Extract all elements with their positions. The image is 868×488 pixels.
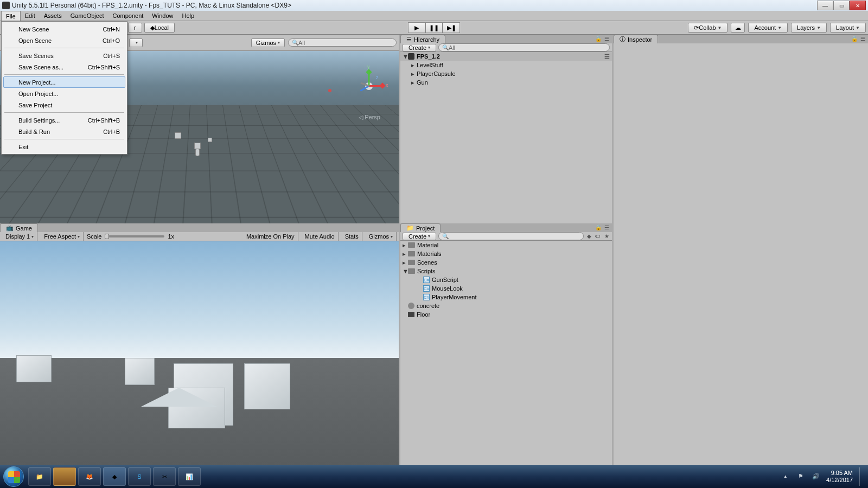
file-menu-item[interactable]: Build & RunCtrl+B: [3, 126, 125, 137]
file-menu-item[interactable]: Open Project...: [3, 88, 125, 99]
game-tab[interactable]: 📺 Game: [0, 223, 38, 232]
hierarchy-scene-row[interactable]: ▼FPS_1.2 ☰: [400, 52, 612, 61]
project-create-button[interactable]: Create▾: [403, 233, 436, 240]
panel-menu-icon[interactable]: ☰: [859, 35, 866, 42]
tray-action-center-icon[interactable]: ⚑: [798, 473, 806, 480]
scale-slider[interactable]: [105, 235, 164, 237]
menu-gameobject[interactable]: GameObject: [66, 11, 108, 21]
scene-gizmos-button[interactable]: Gizmos▾: [251, 38, 285, 47]
inspector-tab[interactable]: ⓘ Inspector: [614, 35, 658, 43]
step-button[interactable]: ▶❚: [443, 22, 460, 33]
menu-assets[interactable]: Assets: [40, 11, 66, 21]
file-menu-item[interactable]: Exit: [3, 141, 125, 152]
file-menu-item[interactable]: New SceneCtrl+N: [3, 23, 125, 35]
file-menu-item[interactable]: New Project...: [3, 76, 125, 88]
hierarchy-item-playercapsule[interactable]: ▸PlayerCapsule: [400, 69, 612, 78]
cloud-button[interactable]: ☁: [731, 23, 745, 33]
hierarchy-item-levelstuff[interactable]: ▸LevelStuff: [400, 61, 612, 69]
tray-volume-icon[interactable]: 🔊: [812, 473, 820, 480]
project-folder[interactable]: ▸Materials: [400, 249, 612, 258]
stats-toggle[interactable]: Stats: [342, 232, 362, 241]
project-script[interactable]: C#GunScript: [400, 275, 612, 284]
menu-help[interactable]: Help: [177, 11, 199, 21]
file-menu-item[interactable]: Save Project: [3, 99, 125, 111]
play-button[interactable]: ▶: [408, 22, 425, 33]
file-menu-item[interactable]: Open SceneCtrl+O: [3, 35, 125, 46]
hierarchy-tab[interactable]: ☰ Hierarchy: [400, 35, 445, 43]
folder-icon: [408, 268, 415, 274]
unity-app-icon: [2, 2, 10, 9]
mute-toggle[interactable]: Mute Audio: [302, 232, 339, 241]
local-toggle[interactable]: ◆ Local: [144, 23, 175, 33]
project-pane: 📁 Project 🔒☰ Create▾ 🔍 ◆ 🏷 ★ ▸Material▸M…: [400, 223, 612, 465]
menu-window[interactable]: Window: [148, 11, 177, 21]
csharp-icon: C#: [423, 285, 430, 292]
tray-show-hidden-icon[interactable]: ▴: [784, 473, 792, 480]
panel-menu-icon[interactable]: ☰: [603, 35, 610, 42]
system-clock[interactable]: 9:05 AM 4/12/2017: [826, 470, 853, 484]
persp-label[interactable]: ◁ Persp: [359, 114, 380, 121]
game-viewport: [0, 241, 399, 465]
csharp-icon: C#: [423, 294, 430, 300]
file-menu-item[interactable]: Build Settings...Ctrl+Shift+B: [3, 114, 125, 126]
window-maximize-button[interactable]: ▭: [833, 1, 850, 10]
account-button[interactable]: Account▼: [748, 23, 788, 33]
scene-search-input[interactable]: 🔍All: [288, 38, 397, 47]
start-button[interactable]: [3, 466, 24, 487]
pivot-toggle[interactable]: r: [128, 23, 142, 33]
taskbar-explorer[interactable]: 📁: [28, 467, 51, 486]
taskbar-app2[interactable]: 📊: [178, 467, 201, 486]
taskbar-firefox[interactable]: 🦊: [78, 467, 101, 486]
hierarchy-tree[interactable]: ▼FPS_1.2 ☰ ▸LevelStuff ▸PlayerCapsule ▸G…: [400, 52, 612, 223]
hierarchy-search-input[interactable]: 🔍All: [438, 43, 610, 52]
layout-button[interactable]: Layout▼: [830, 23, 866, 33]
project-tab[interactable]: 📁 Project: [400, 223, 441, 232]
taskbar-app[interactable]: [53, 467, 76, 486]
display-dropdown[interactable]: Display 1 ▾: [2, 232, 37, 241]
scene-object-cube: [175, 132, 181, 139]
pause-button[interactable]: ❚❚: [425, 22, 443, 33]
filter-type-icon[interactable]: ◆: [586, 233, 592, 240]
game-cube: [244, 363, 290, 409]
project-folder[interactable]: ▼Scripts: [400, 267, 612, 275]
menu-edit[interactable]: Edit: [21, 11, 40, 21]
project-search-input[interactable]: 🔍: [438, 232, 584, 240]
taskbar-snip[interactable]: ✂: [153, 467, 176, 486]
window-close-button[interactable]: ✕: [850, 1, 866, 10]
aspect-dropdown[interactable]: Free Aspect ▾: [41, 232, 84, 241]
taskbar-unity[interactable]: ◆: [103, 467, 126, 486]
file-menu-item[interactable]: Save Scene as...Ctrl+Shift+S: [3, 61, 125, 73]
menu-component[interactable]: Component: [108, 11, 148, 21]
project-asset[interactable]: Floor: [400, 310, 612, 319]
game-ramp: [141, 388, 217, 407]
scene-light-icon: [328, 89, 331, 92]
project-script[interactable]: C#PlayerMovement: [400, 293, 612, 301]
file-menu-item[interactable]: Save ScenesCtrl+S: [3, 50, 125, 61]
main-toolbar: r ◆ Local ▶ ❚❚ ▶❚ ⟳ Collab▼ ☁ Account▼ L…: [0, 21, 868, 35]
collab-button[interactable]: ⟳ Collab▼: [688, 23, 727, 33]
hierarchy-item-gun[interactable]: ▸Gun: [400, 78, 612, 87]
panel-menu-icon[interactable]: ☰: [603, 224, 610, 230]
favorite-icon[interactable]: ★: [603, 233, 610, 240]
hierarchy-create-button[interactable]: Create▾: [403, 44, 436, 52]
show-desktop-button[interactable]: [859, 467, 865, 486]
project-asset[interactable]: concrete: [400, 301, 612, 310]
game-cube: [125, 358, 155, 385]
filter-label-icon[interactable]: 🏷: [595, 233, 601, 240]
menu-file[interactable]: File: [1, 11, 21, 21]
project-script[interactable]: C#MouseLook: [400, 284, 612, 293]
maximize-toggle[interactable]: Maximize On Play: [243, 232, 298, 241]
lock-icon[interactable]: 🔒: [851, 35, 858, 42]
game-gizmos-button[interactable]: Gizmos▾: [366, 232, 397, 241]
lock-icon[interactable]: 🔒: [595, 224, 602, 230]
scene-shading-dropdown[interactable]: ▾: [129, 38, 143, 47]
layers-button[interactable]: Layers▼: [791, 23, 827, 33]
taskbar-skype[interactable]: S: [128, 467, 151, 486]
lock-icon[interactable]: 🔒: [595, 35, 602, 42]
window-minimize-button[interactable]: —: [817, 1, 833, 10]
project-folder[interactable]: ▸Material: [400, 241, 612, 249]
orientation-gizmo[interactable]: x y z: [350, 67, 388, 105]
project-folder[interactable]: ▸Scenes: [400, 258, 612, 267]
hierarchy-pane: ☰ Hierarchy 🔒☰ Create▾ 🔍All ▼FPS_1.2 ☰ ▸…: [400, 35, 612, 223]
project-tree[interactable]: ▸Material▸Materials▸Scenes▼ScriptsC#GunS…: [400, 241, 612, 465]
